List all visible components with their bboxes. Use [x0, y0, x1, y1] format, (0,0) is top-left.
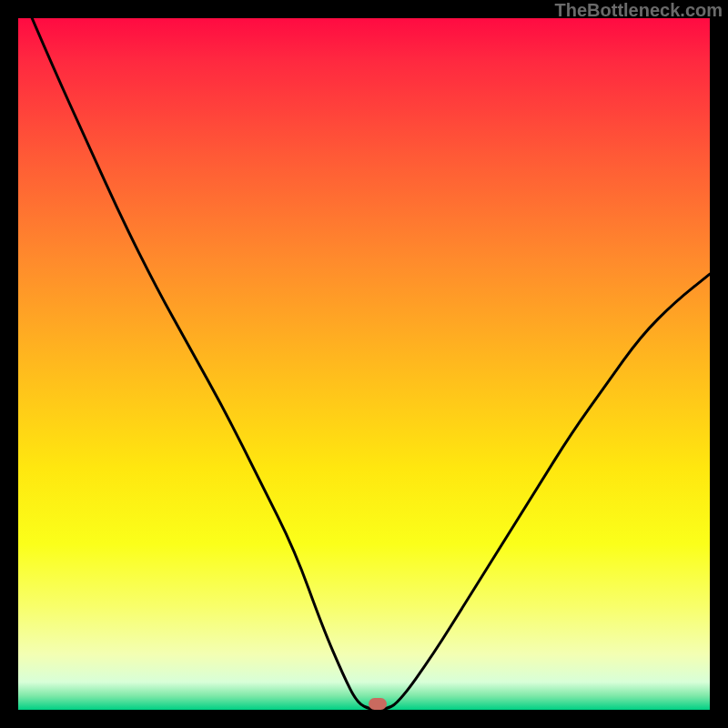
bottleneck-curve-path: [32, 18, 710, 710]
chart-frame: TheBottleneck.com: [0, 0, 728, 728]
curve-svg: [18, 18, 710, 710]
optimum-marker: [369, 698, 387, 710]
plot-area: [18, 18, 710, 710]
